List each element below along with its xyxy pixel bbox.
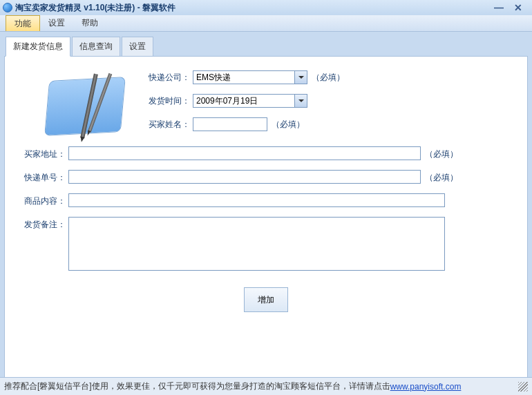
window-controls: — ✕ — [493, 2, 524, 13]
tab-settings[interactable]: 设置 — [122, 37, 153, 57]
tracking-input[interactable] — [68, 170, 421, 184]
tab-query[interactable]: 信息查询 — [72, 37, 120, 57]
buyer-addr-hint: （必填） — [425, 146, 458, 160]
title-bar: 淘宝卖家发货精灵 v1.10(未注册) - 磐翼软件 — ✕ — [0, 0, 532, 15]
window-title: 淘宝卖家发货精灵 v1.10(未注册) - 磐翼软件 — [15, 2, 493, 14]
footer-text: 推荐配合[磐翼短信平台]使用，效果更佳，仅千元即可获得为您量身打造的淘宝顾客短信… — [4, 380, 390, 392]
notepad-icon — [39, 73, 129, 142]
courier-hint: （必填） — [312, 72, 345, 84]
ship-date-dropdown-button[interactable] — [295, 94, 307, 108]
buyer-name-hint: （必填） — [272, 119, 305, 131]
menu-bar: 功能 设置 帮助 — [0, 15, 532, 32]
ship-date-label: 发货时间： — [146, 95, 190, 107]
remark-textarea[interactable] — [68, 217, 445, 271]
close-button[interactable]: ✕ — [513, 2, 524, 13]
ship-date-combo[interactable] — [193, 94, 307, 108]
app-icon — [3, 3, 12, 12]
buyer-addr-input[interactable] — [68, 146, 421, 160]
ship-date-input[interactable] — [193, 94, 295, 108]
menu-help[interactable]: 帮助 — [73, 15, 106, 31]
remark-label: 发货备注： — [21, 217, 66, 231]
main-area: 新建发货信息 信息查询 设置 快递公司： （必填） — [0, 32, 532, 389]
goods-label: 商品内容： — [21, 193, 66, 207]
tab-new-shipment[interactable]: 新建发货信息 — [6, 37, 70, 57]
add-button[interactable]: 增加 — [244, 287, 288, 312]
courier-input[interactable] — [193, 70, 295, 84]
resize-grip[interactable] — [518, 382, 528, 392]
form-panel: 快递公司： （必填） 发货时间： 买家姓名： — [4, 56, 528, 385]
tracking-label: 快递单号： — [21, 170, 66, 184]
status-bar: 推荐配合[磐翼短信平台]使用，效果更佳，仅千元即可获得为您量身打造的淘宝顾客短信… — [0, 377, 532, 395]
courier-combo[interactable] — [193, 70, 307, 84]
menu-function[interactable]: 功能 — [6, 15, 40, 31]
tracking-hint: （必填） — [425, 170, 458, 184]
buyer-name-label: 买家姓名： — [146, 119, 190, 131]
buyer-addr-label: 买家地址： — [21, 146, 66, 160]
courier-dropdown-button[interactable] — [295, 70, 307, 84]
minimize-button[interactable]: — — [493, 2, 504, 13]
buyer-name-input[interactable] — [193, 117, 267, 131]
goods-input[interactable] — [68, 193, 445, 207]
footer-link[interactable]: www.panyisoft.com — [390, 382, 462, 392]
menu-settings[interactable]: 设置 — [40, 15, 73, 31]
tab-bar: 新建发货信息 信息查询 设置 — [6, 36, 528, 56]
courier-label: 快递公司： — [146, 72, 190, 84]
